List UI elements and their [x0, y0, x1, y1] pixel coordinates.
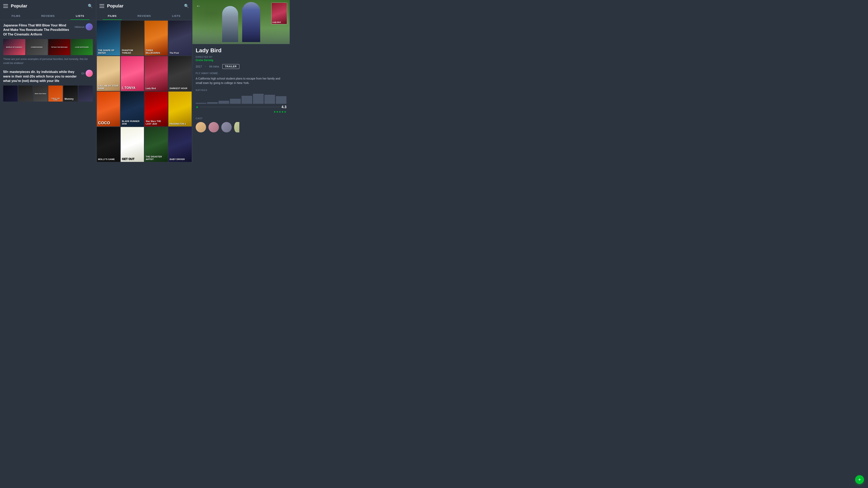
thumb-sleep	[3, 86, 18, 102]
film-the-post[interactable]: The Post	[168, 21, 192, 56]
cast-row	[196, 122, 286, 132]
ratings-label: RATINGS	[196, 89, 286, 91]
film-coco[interactable]: COCO	[97, 92, 120, 126]
list-item-1[interactable]: Japanese Films That Will Blow Your Mind …	[3, 23, 93, 65]
list-item-2-title: 50+ masterpieces dir. by individuals whi…	[3, 70, 79, 83]
film-label-baby-driver: BABY DRIVER	[169, 158, 190, 161]
tab-reviews[interactable]: REVIEWS	[32, 12, 64, 20]
thumb-tetsuo: TETSUO THE IRON MAN	[48, 39, 70, 55]
film-paddington[interactable]: PADDINGTON 2	[168, 92, 192, 126]
film-label-paddington: PADDINGTON 2	[169, 123, 190, 125]
cast-section: CAST	[196, 117, 286, 132]
detail-hero: ← Lady Bird	[192, 0, 290, 44]
film-label-disaster: THE DISASTER ARTIST	[146, 156, 166, 161]
author-avatar-1	[86, 23, 93, 30]
film-call-me[interactable]: CALL ME BY YOUR NAME	[97, 56, 120, 91]
back-button[interactable]: ←	[195, 2, 202, 10]
film-label-phantom: PHANTOM THREAD	[122, 49, 143, 54]
ratings-chart	[196, 94, 286, 104]
film-three-billboards[interactable]: THREE BILLBOARDS	[145, 21, 168, 56]
poster-thumbnail[interactable]: Lady Bird	[271, 2, 287, 25]
list-author-1: Hibiscus	[74, 23, 93, 30]
film-disaster-artist[interactable]: THE DISASTER ARTIST	[145, 127, 168, 162]
lists-tabs: FILMS REVIEWS LISTS	[0, 12, 96, 20]
cast-label: CAST	[196, 117, 286, 120]
thumb-roosie	[79, 86, 93, 102]
lists-title: Popular	[11, 3, 88, 9]
film-mollys-game[interactable]: MOLLY'S GAME	[97, 127, 120, 162]
detail-body: Lady Bird DIRECTED BY Greta Gerwig 2017 …	[192, 44, 290, 163]
list-item-2-header: 50+ masterpieces dir. by individuals whi…	[3, 70, 93, 83]
star-rating: ★★★★★	[273, 110, 286, 113]
film-meta: 2017 · 94 mins TRAILER	[196, 64, 286, 69]
film-title: Lady Bird	[196, 47, 286, 54]
rating-bar-3	[218, 101, 229, 104]
film-label-mollys-game: MOLLY'S GAME	[98, 158, 119, 161]
rating-bar-6	[253, 94, 264, 104]
thumb-confessions: CONFESSIONS	[26, 39, 48, 55]
poster-thumb-bg: Lady Bird	[272, 3, 287, 24]
figure-1	[222, 6, 238, 42]
film-label-get-out: GET OUT	[122, 157, 143, 161]
thumb-loveex: LOVE EXPOSURE	[71, 39, 93, 55]
film-darkest-hour[interactable]: DARKEST HOUR	[168, 56, 192, 91]
author-avatar-2	[86, 70, 93, 77]
star-rating-row: ★★★★★	[196, 110, 286, 113]
film-i-tonya[interactable]: I, TONYA	[121, 56, 144, 91]
films-search-icon[interactable]: 🔍	[184, 4, 189, 8]
film-phantom-thread[interactable]: PHANTOM THREAD	[121, 21, 144, 56]
thumb-mommy: Mommy	[63, 86, 78, 102]
film-get-out[interactable]: GET OUT	[121, 127, 144, 162]
search-icon[interactable]: 🔍	[88, 4, 93, 8]
rating-score: 4.3	[281, 105, 286, 109]
list-author-2-name: Eli	[82, 72, 84, 75]
ratings-row: ★ 4.3	[196, 105, 286, 109]
film-label-blade-runner: BLADE RUNNER 2049	[122, 120, 143, 125]
film-shape-of-water[interactable]: THE SHAPE OF WATER	[97, 21, 120, 56]
rating-bar-2	[207, 102, 218, 104]
cast-avatar-2[interactable]	[209, 122, 219, 132]
film-label-i-tonya: I, TONYA	[122, 86, 143, 90]
film-label-three-bill: THREE BILLBOARDS	[146, 49, 166, 54]
poster-thumb-label: Lady Bird	[272, 21, 281, 23]
director-name: Greta Gerwig	[196, 59, 286, 62]
films-header: Popular 🔍	[96, 0, 192, 12]
thumb-kanako: WORLD OF KANAKO	[3, 39, 25, 55]
ratings-section: RATINGS ★ 4.3 ★★★★★	[196, 89, 286, 113]
dot-separator: ·	[205, 65, 206, 68]
film-year: 2017	[196, 65, 202, 68]
tab-lists-inactive[interactable]: LISTS	[160, 12, 192, 20]
lists-header: Popular 🔍	[0, 0, 96, 12]
cast-avatar-1[interactable]	[196, 122, 206, 132]
list-item-2[interactable]: 50+ masterpieces dir. by individuals whi…	[3, 70, 93, 102]
film-label-the-post: The Post	[169, 52, 190, 54]
cast-avatar-3[interactable]	[221, 122, 232, 132]
list-item-1-title: Japanese Films That Will Blow Your Mind …	[3, 23, 72, 37]
film-baby-driver[interactable]: BABY DRIVER	[168, 127, 192, 162]
trailer-button[interactable]: TRAILER	[222, 64, 239, 69]
director-label: DIRECTED BY	[196, 56, 286, 58]
film-synopsis: A California high school student plans t…	[196, 76, 286, 85]
rating-bar-4	[230, 99, 241, 104]
film-label-call-me: CALL ME BY YOUR NAME	[98, 85, 119, 90]
thumb-tomatfarm: TOM AT THE FARM	[48, 86, 63, 102]
back-arrow-icon: ←	[196, 3, 201, 9]
tab-reviews-inactive[interactable]: REVIEWS	[128, 12, 160, 20]
tab-films-active[interactable]: FILMS	[96, 12, 128, 20]
menu-icon[interactable]	[3, 4, 8, 8]
rating-bar-5	[242, 96, 252, 104]
thumb-young	[18, 86, 33, 102]
cast-avatar-partial[interactable]	[234, 122, 239, 132]
film-star-wars[interactable]: Star Wars THE LAST JEDI	[145, 92, 168, 126]
tab-lists[interactable]: LISTS	[64, 12, 96, 20]
film-blade-runner[interactable]: BLADE RUNNER 2049	[121, 92, 144, 126]
film-lady-bird[interactable]: Lady Bird	[145, 56, 168, 91]
rating-divider	[200, 107, 280, 107]
film-runtime: 94 mins	[209, 65, 219, 68]
list-2-thumbnails: News from Home TOM AT THE FARM Mommy	[3, 86, 93, 102]
film-tagline: FLY AWAY HOME.	[196, 72, 286, 75]
rating-bar-8	[276, 96, 286, 104]
star-icon: ★	[196, 105, 198, 109]
tab-films[interactable]: FILMS	[0, 12, 32, 20]
films-menu-icon[interactable]	[99, 4, 104, 8]
